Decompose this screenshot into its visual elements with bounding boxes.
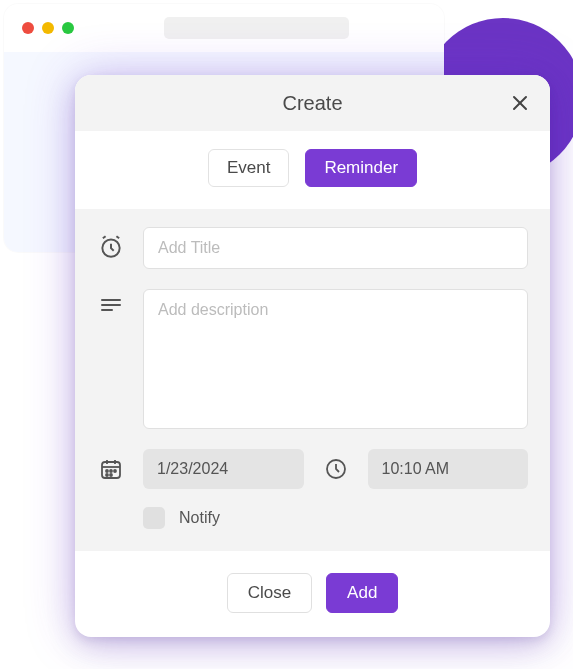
svg-point-12 bbox=[114, 470, 116, 472]
modal-footer: Close Add bbox=[75, 551, 550, 613]
svg-point-14 bbox=[110, 474, 112, 476]
modal-title: Create bbox=[282, 92, 342, 115]
title-input[interactable] bbox=[143, 227, 528, 269]
close-icon[interactable] bbox=[508, 91, 532, 115]
time-input[interactable] bbox=[368, 449, 529, 489]
notify-checkbox[interactable] bbox=[143, 507, 165, 529]
form-body: Notify bbox=[75, 209, 550, 551]
modal-header: Create bbox=[75, 75, 550, 131]
calendar-icon bbox=[97, 455, 125, 483]
maximize-window-dot[interactable] bbox=[62, 22, 74, 34]
clock-icon bbox=[322, 455, 350, 483]
description-icon bbox=[97, 291, 125, 319]
date-input[interactable] bbox=[143, 449, 304, 489]
type-tabs: Event Reminder bbox=[75, 131, 550, 209]
svg-point-10 bbox=[106, 470, 108, 472]
notify-label: Notify bbox=[179, 509, 220, 527]
minimize-window-dot[interactable] bbox=[42, 22, 54, 34]
description-input[interactable] bbox=[143, 289, 528, 429]
address-bar-placeholder bbox=[164, 17, 349, 39]
close-button[interactable]: Close bbox=[227, 573, 312, 613]
window-controls bbox=[22, 22, 74, 34]
close-window-dot[interactable] bbox=[22, 22, 34, 34]
alarm-icon bbox=[97, 233, 125, 261]
tab-reminder[interactable]: Reminder bbox=[305, 149, 417, 187]
tab-event[interactable]: Event bbox=[208, 149, 289, 187]
create-modal: Create Event Reminder bbox=[75, 75, 550, 637]
svg-point-11 bbox=[110, 470, 112, 472]
svg-point-13 bbox=[106, 474, 108, 476]
add-button[interactable]: Add bbox=[326, 573, 398, 613]
